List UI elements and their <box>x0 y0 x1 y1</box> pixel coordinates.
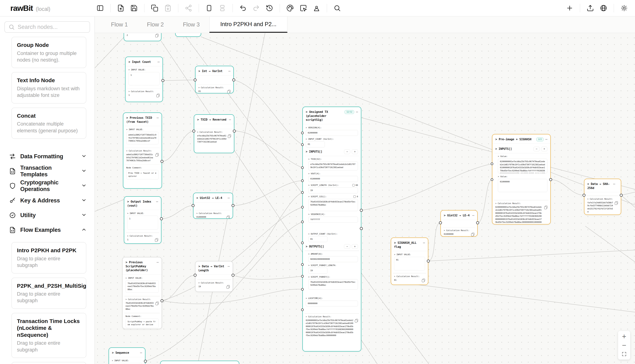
node-prev-txid[interactable]: > Previous TXID (from faucet) > INPUT VA… <box>123 112 162 188</box>
input-count-field[interactable]: 01 <box>306 141 325 148</box>
copy-icon[interactable] <box>227 90 231 94</box>
flow-canvas[interactable]: 2 > Input Count > INPUT VALUE: 1 > Calcu… <box>0 0 635 364</box>
node-menu-icon[interactable] <box>228 264 230 268</box>
version-field[interactable]: 02000000 <box>306 130 358 136</box>
node-sequence[interactable]: > Sequence > INPUT VALUE: fffffffd <box>109 348 145 364</box>
copy-icon[interactable] <box>156 94 160 97</box>
copy-icon[interactable] <box>355 319 358 322</box>
node-menu-icon[interactable] <box>472 214 474 217</box>
node-data-varint-length[interactable]: > Data → VarInt Length > Calculation Res… <box>195 261 233 292</box>
add-output-button[interactable] <box>352 244 358 249</box>
amount-field[interactable]: 6836020000000000 <box>308 256 358 262</box>
node-menu-icon[interactable] <box>229 118 231 122</box>
copy-icon[interactable] <box>155 302 159 305</box>
fit-view-button[interactable] <box>618 350 630 358</box>
save-icon[interactable] <box>129 3 139 14</box>
locktime-field[interactable]: 00000000 <box>306 300 358 307</box>
theme-sun-icon[interactable] <box>619 3 629 14</box>
node-prev-scriptpubkey[interactable]: > Previous ScriptPubKey (placeholder) > … <box>122 257 162 329</box>
export-icon[interactable] <box>585 3 596 14</box>
library-item-group-node[interactable]: Group Node Container to group multiple n… <box>12 37 86 68</box>
node-txid-reversed[interactable]: > TXID → Reversed > Calculation Result: … <box>194 114 234 153</box>
copy-icon[interactable] <box>155 238 158 242</box>
input-value-field[interactable]: 01 <box>394 257 425 270</box>
sidebar-category-cryptographic-operations[interactable]: Cryptographic Operations <box>0 178 94 193</box>
node-preimage-sighash[interactable]: > Pre-image + SIGHASH2/2 > INPUTS[] > Va… <box>492 134 551 224</box>
value-field[interactable]: 0200000001efbcb8a25b793c067470ea61edeb2e… <box>498 159 547 173</box>
add-input-button[interactable] <box>352 150 358 154</box>
remove-input-button[interactable] <box>344 150 350 154</box>
script-sig-field[interactable]: 76a914333d1836c8f4db933eae179bd5bf5ec920… <box>308 199 358 211</box>
zoom-in-button[interactable] <box>618 332 630 341</box>
node-uint32-le4-b[interactable]: > Uint32 → LE-4 > Calculation Result: 01… <box>441 210 478 236</box>
search-icon[interactable] <box>332 3 343 14</box>
copy-icon[interactable] <box>155 153 159 157</box>
checkbox[interactable] <box>352 184 355 186</box>
sidebar-category-data-formatting[interactable]: Data Formatting <box>0 149 94 164</box>
redo-icon[interactable] <box>251 3 262 14</box>
pointer-select-icon[interactable] <box>298 3 309 14</box>
add-input-button[interactable] <box>541 147 547 151</box>
input-value-field[interactable]: 1 <box>127 216 158 230</box>
script-pubkey-length-field[interactable]: 19 <box>308 268 327 274</box>
node-comment-field[interactable]: ScriptPubKey → paste from explorer or de… <box>126 318 159 328</box>
txid-field[interactable]: efbcb8a25b793c067470ea61edeb2e1d81f979b1… <box>308 162 358 170</box>
sidebar-category-utility[interactable]: Utility <box>0 208 94 223</box>
copy-icon[interactable] <box>228 134 231 138</box>
node-menu-icon[interactable] <box>423 241 425 245</box>
flow-example-script-time-locks[interactable]: Script Time Locks (CLTV & CSV) Drag to p… <box>12 362 86 364</box>
library-item-text-info-node[interactable]: Text Info Node Displays markdown text wi… <box>12 72 86 103</box>
zoom-out-button[interactable] <box>618 341 630 350</box>
tab-flow-2[interactable]: Flow 2 <box>137 16 173 33</box>
search-box[interactable] <box>5 21 90 33</box>
flow-example-transaction-time-locks[interactable]: Transaction Time Locks (nLocktime & nSeq… <box>12 313 86 358</box>
undo-icon[interactable] <box>238 3 248 14</box>
node-menu-icon[interactable] <box>613 182 615 186</box>
node-output-index[interactable]: > Output Index (vout) > INPUT VALUE: 1 >… <box>124 196 161 244</box>
input-value-field[interactable]: 76a914333d1836c8f4db933eae179bd5bf5ec920… <box>126 280 159 293</box>
tab-flow-1[interactable]: Flow 1 <box>101 16 137 33</box>
panel-left-icon[interactable] <box>95 3 105 14</box>
split-rows-icon[interactable] <box>217 3 228 14</box>
input-value-field[interactable]: fffffffd <box>112 363 142 364</box>
node-data-sha256d[interactable]: > Data → SHA-256d > Calculation Result: … <box>584 179 621 215</box>
node-unsigned-tx[interactable]: > Unsigned TX (placeholder scriptSig)12/… <box>302 107 361 352</box>
history-icon[interactable] <box>264 3 275 14</box>
clipboard-paste-icon[interactable] <box>162 3 173 14</box>
sidebar-category-flow-examples[interactable]: Flow Examples <box>0 223 94 237</box>
node-comment-field[interactable]: Prev TXID → faucet or explorer <box>126 170 159 180</box>
copy-icon[interactable] <box>544 206 547 209</box>
file-import-icon[interactable] <box>115 3 126 14</box>
input-value-field[interactable]: 1 <box>128 72 160 85</box>
script-pubkey-field[interactable]: 76a914333d1836c8f4db933eae179bd5bf5ec920… <box>308 279 358 290</box>
node-menu-icon[interactable] <box>157 116 159 120</box>
remove-input-button[interactable] <box>533 147 540 151</box>
output-count-field[interactable]: 01 <box>308 236 327 242</box>
copy-icon[interactable] <box>227 216 230 219</box>
node-menu-icon[interactable] <box>156 200 158 204</box>
node-menu-icon[interactable] <box>545 137 547 141</box>
library-item-concat[interactable]: Concat Concatenate multiple elements (ge… <box>12 108 86 139</box>
copy-icon[interactable] <box>227 285 230 289</box>
sidebar-category-key-address[interactable]: Key & Address <box>0 193 94 208</box>
vout-field[interactable]: 01000000 <box>308 176 358 182</box>
node-menu-icon[interactable] <box>228 196 230 200</box>
copy-icon[interactable] <box>155 34 158 37</box>
search-input[interactable] <box>18 24 86 30</box>
flow-example-intro-p2pkh[interactable]: Intro P2PKH and P2PK Drag to place entir… <box>12 242 86 273</box>
tab-intro-p2pkh[interactable]: Intro P2PKH and P2... <box>209 16 288 33</box>
node-sighash-all-flag[interactable]: > SIGHASH_ALL flag > INPUT VALUE: 01 > C… <box>391 238 428 285</box>
remove-output-button[interactable] <box>344 244 350 249</box>
plus-icon[interactable] <box>564 3 575 14</box>
script-length-field[interactable]: 19 <box>308 188 358 194</box>
node-partial-bottom[interactable] <box>160 361 239 364</box>
node-menu-icon[interactable] <box>140 351 142 354</box>
copy-icon[interactable] <box>615 201 618 205</box>
rectangle-tool-icon[interactable] <box>204 3 215 14</box>
globe-icon[interactable] <box>598 3 609 14</box>
tab-flow-3[interactable]: Flow 3 <box>173 16 209 33</box>
flow-example-p2pk-p2sh-multisig[interactable]: P2PK_and_P2SH_MultiSig Drag to place ent… <box>12 278 86 309</box>
value-field[interactable]: 01000000 <box>498 179 547 192</box>
copy-icon[interactable] <box>422 279 425 282</box>
sidebar-category-transaction-templates[interactable]: Transaction Templates <box>0 164 94 178</box>
